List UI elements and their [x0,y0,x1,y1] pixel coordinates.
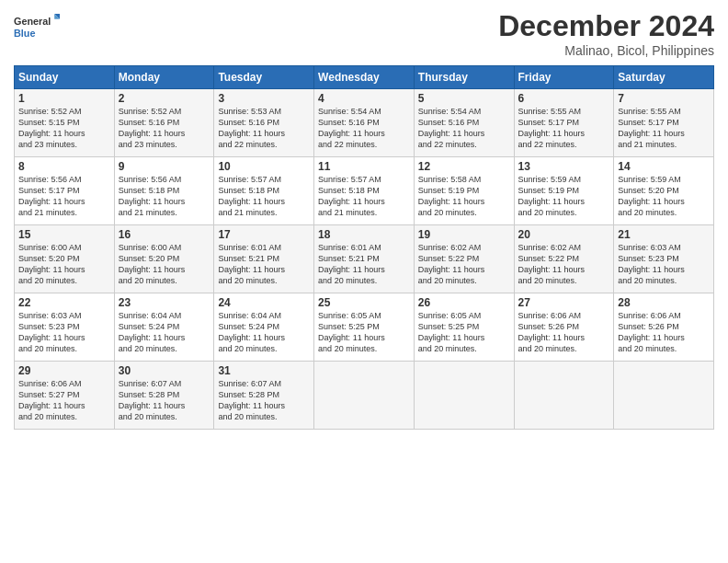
day-number: 6 [518,92,610,105]
day-number: 22 [18,296,110,309]
cell-1-6: 14Sunrise: 5:59 AM Sunset: 5:20 PM Dayli… [614,157,714,225]
day-info: Sunrise: 5:52 AM Sunset: 5:15 PM Dayligh… [18,106,110,151]
day-number: 8 [18,160,110,173]
day-info: Sunrise: 5:57 AM Sunset: 5:18 PM Dayligh… [218,174,310,219]
day-info: Sunrise: 6:06 AM Sunset: 5:26 PM Dayligh… [618,310,710,355]
cell-4-1: 30Sunrise: 6:07 AM Sunset: 5:28 PM Dayli… [114,362,214,430]
day-info: Sunrise: 5:52 AM Sunset: 5:16 PM Dayligh… [119,106,210,151]
week-row-3: 15Sunrise: 6:00 AM Sunset: 5:20 PM Dayli… [15,225,714,293]
title-block: December 2024 Malinao, Bicol, Philippine… [498,9,714,58]
cell-4-5 [514,362,614,430]
week-row-5: 29Sunrise: 6:06 AM Sunset: 5:27 PM Dayli… [15,362,714,430]
day-info: Sunrise: 5:55 AM Sunset: 5:17 PM Dayligh… [518,106,610,151]
day-number: 12 [418,160,510,173]
cell-3-2: 24Sunrise: 6:04 AM Sunset: 5:24 PM Dayli… [214,293,314,362]
cell-2-3: 18Sunrise: 6:01 AM Sunset: 5:21 PM Dayli… [314,225,415,293]
cell-4-3 [314,362,415,430]
cell-1-1: 9Sunrise: 5:56 AM Sunset: 5:18 PM Daylig… [114,157,214,225]
day-info: Sunrise: 6:01 AM Sunset: 5:21 PM Dayligh… [218,242,310,287]
day-info: Sunrise: 6:00 AM Sunset: 5:20 PM Dayligh… [119,242,210,287]
svg-text:Blue: Blue [14,28,35,39]
cell-1-2: 10Sunrise: 5:57 AM Sunset: 5:18 PM Dayli… [214,157,314,225]
cell-1-3: 11Sunrise: 5:57 AM Sunset: 5:18 PM Dayli… [314,157,415,225]
header-row: SundayMondayTuesdayWednesdayThursdayFrid… [15,66,714,89]
cell-3-4: 26Sunrise: 6:05 AM Sunset: 5:25 PM Dayli… [414,293,514,362]
month-title: December 2024 [498,9,714,43]
day-info: Sunrise: 5:55 AM Sunset: 5:17 PM Dayligh… [618,106,710,151]
location-title: Malinao, Bicol, Philippines [498,43,714,58]
day-number: 9 [119,160,210,173]
day-info: Sunrise: 5:56 AM Sunset: 5:17 PM Dayligh… [18,174,110,219]
day-info: Sunrise: 5:57 AM Sunset: 5:18 PM Dayligh… [318,174,410,219]
cell-3-5: 27Sunrise: 6:06 AM Sunset: 5:26 PM Dayli… [514,293,614,362]
day-info: Sunrise: 6:06 AM Sunset: 5:27 PM Dayligh… [18,378,110,423]
cell-3-6: 28Sunrise: 6:06 AM Sunset: 5:26 PM Dayli… [614,293,714,362]
day-number: 3 [218,92,310,105]
day-number: 30 [119,364,210,377]
day-info: Sunrise: 6:07 AM Sunset: 5:28 PM Dayligh… [119,378,210,423]
logo-svg: General Blue [14,9,60,46]
calendar-page: General Blue December 2024 Malinao, Bico… [0,0,728,563]
day-number: 5 [418,92,510,105]
header-tuesday: Tuesday [214,66,314,89]
day-info: Sunrise: 6:06 AM Sunset: 5:26 PM Dayligh… [518,310,610,355]
day-info: Sunrise: 5:59 AM Sunset: 5:20 PM Dayligh… [618,174,710,219]
day-info: Sunrise: 6:04 AM Sunset: 5:24 PM Dayligh… [119,310,210,355]
cell-1-4: 12Sunrise: 5:58 AM Sunset: 5:19 PM Dayli… [414,157,514,225]
day-number: 14 [618,160,710,173]
week-row-1: 1Sunrise: 5:52 AM Sunset: 5:15 PM Daylig… [15,89,714,157]
cell-0-1: 2Sunrise: 5:52 AM Sunset: 5:16 PM Daylig… [114,89,214,157]
cell-4-6 [614,362,714,430]
day-number: 26 [418,296,510,309]
header-friday: Friday [514,66,614,89]
cell-2-0: 15Sunrise: 6:00 AM Sunset: 5:20 PM Dayli… [15,225,115,293]
header-thursday: Thursday [414,66,514,89]
cell-0-6: 7Sunrise: 5:55 AM Sunset: 5:17 PM Daylig… [614,89,714,157]
day-info: Sunrise: 6:01 AM Sunset: 5:21 PM Dayligh… [318,242,410,287]
day-number: 25 [318,296,410,309]
header-sunday: Sunday [15,66,115,89]
day-number: 7 [618,92,710,105]
svg-text:General: General [14,16,51,27]
day-info: Sunrise: 5:59 AM Sunset: 5:19 PM Dayligh… [518,174,610,219]
day-info: Sunrise: 6:02 AM Sunset: 5:22 PM Dayligh… [518,242,610,287]
day-number: 19 [418,228,510,241]
cell-2-2: 17Sunrise: 6:01 AM Sunset: 5:21 PM Dayli… [214,225,314,293]
day-number: 23 [119,296,210,309]
cell-4-4 [414,362,514,430]
header-saturday: Saturday [614,66,714,89]
day-number: 16 [119,228,210,241]
day-info: Sunrise: 5:58 AM Sunset: 5:19 PM Dayligh… [418,174,510,219]
cell-2-4: 19Sunrise: 6:02 AM Sunset: 5:22 PM Dayli… [414,225,514,293]
cell-2-5: 20Sunrise: 6:02 AM Sunset: 5:22 PM Dayli… [514,225,614,293]
day-info: Sunrise: 6:03 AM Sunset: 5:23 PM Dayligh… [618,242,710,287]
cell-0-5: 6Sunrise: 5:55 AM Sunset: 5:17 PM Daylig… [514,89,614,157]
cell-3-0: 22Sunrise: 6:03 AM Sunset: 5:23 PM Dayli… [15,293,115,362]
day-number: 11 [318,160,410,173]
day-number: 2 [119,92,210,105]
day-number: 27 [518,296,610,309]
cell-1-5: 13Sunrise: 5:59 AM Sunset: 5:19 PM Dayli… [514,157,614,225]
day-number: 10 [218,160,310,173]
calendar-table: SundayMondayTuesdayWednesdayThursdayFrid… [14,65,714,430]
day-number: 20 [518,228,610,241]
day-number: 29 [18,364,110,377]
day-info: Sunrise: 5:54 AM Sunset: 5:16 PM Dayligh… [318,106,410,151]
day-info: Sunrise: 6:02 AM Sunset: 5:22 PM Dayligh… [418,242,510,287]
day-info: Sunrise: 6:03 AM Sunset: 5:23 PM Dayligh… [18,310,110,355]
cell-0-3: 4Sunrise: 5:54 AM Sunset: 5:16 PM Daylig… [314,89,415,157]
cell-2-6: 21Sunrise: 6:03 AM Sunset: 5:23 PM Dayli… [614,225,714,293]
day-number: 1 [18,92,110,105]
cell-1-0: 8Sunrise: 5:56 AM Sunset: 5:17 PM Daylig… [15,157,115,225]
cell-0-2: 3Sunrise: 5:53 AM Sunset: 5:16 PM Daylig… [214,89,314,157]
day-info: Sunrise: 6:07 AM Sunset: 5:28 PM Dayligh… [218,378,310,423]
day-number: 31 [218,364,310,377]
day-info: Sunrise: 5:54 AM Sunset: 5:16 PM Dayligh… [418,106,510,151]
cell-3-3: 25Sunrise: 6:05 AM Sunset: 5:25 PM Dayli… [314,293,415,362]
day-number: 28 [618,296,710,309]
day-number: 21 [618,228,710,241]
day-info: Sunrise: 6:05 AM Sunset: 5:25 PM Dayligh… [318,310,410,355]
day-number: 18 [318,228,410,241]
day-number: 24 [218,296,310,309]
cell-4-2: 31Sunrise: 6:07 AM Sunset: 5:28 PM Dayli… [214,362,314,430]
